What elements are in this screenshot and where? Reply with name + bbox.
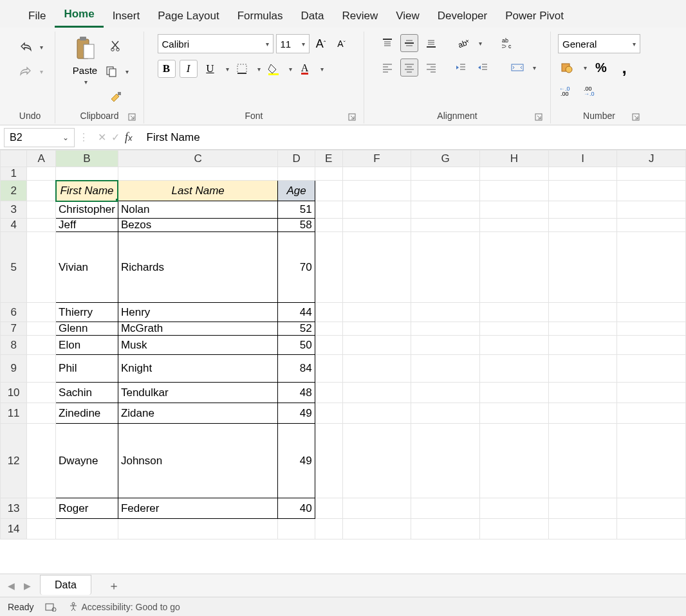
row-header-10[interactable]: 10 xyxy=(1,383,27,403)
cell-H5[interactable] xyxy=(480,232,549,303)
cell-A7[interactable] xyxy=(27,322,56,336)
cell-D8[interactable]: 50 xyxy=(278,336,315,355)
number-format-select[interactable]: General▾ xyxy=(558,34,640,53)
merge-center-button[interactable] xyxy=(508,59,526,77)
cell-F4[interactable] xyxy=(342,219,411,232)
tab-page-layout[interactable]: Page Layout xyxy=(149,6,228,28)
chevron-down-icon[interactable]: ▾ xyxy=(226,66,229,73)
row-header-9[interactable]: 9 xyxy=(1,355,27,383)
decrease-decimal-button[interactable]: .00→.0 xyxy=(582,82,600,100)
tab-formulas[interactable]: Formulas xyxy=(228,6,292,28)
cell-C7[interactable]: McGrath xyxy=(118,322,277,336)
cell-D1[interactable] xyxy=(278,167,315,181)
cell-J7[interactable] xyxy=(617,322,686,336)
cell-A1[interactable] xyxy=(27,167,56,181)
next-sheet-button[interactable]: ▶ xyxy=(24,581,31,591)
cell-I1[interactable] xyxy=(548,167,617,181)
row-header-6[interactable]: 6 xyxy=(1,303,27,322)
cell-I7[interactable] xyxy=(548,322,617,336)
copy-button[interactable] xyxy=(102,62,120,80)
cell-F14[interactable] xyxy=(342,519,411,539)
col-header-A[interactable]: A xyxy=(27,150,56,167)
cell-E3[interactable] xyxy=(315,201,342,219)
row-header-1[interactable]: 1 xyxy=(1,167,27,181)
chevron-down-icon[interactable]: ▾ xyxy=(257,66,261,73)
dialog-launcher-icon[interactable] xyxy=(348,113,357,122)
cell-I2[interactable] xyxy=(548,181,617,201)
cell-H12[interactable] xyxy=(480,424,549,498)
col-header-F[interactable]: F xyxy=(342,150,411,167)
row-header-7[interactable]: 7 xyxy=(1,322,27,336)
chevron-down-icon[interactable]: ▾ xyxy=(289,66,292,73)
increase-font-button[interactable]: Aˆ xyxy=(312,35,330,53)
cell-E5[interactable] xyxy=(315,232,342,303)
chevron-down-icon[interactable]: ▾ xyxy=(84,78,88,86)
font-color-button[interactable]: A xyxy=(296,60,314,78)
cell-C13[interactable]: Federer xyxy=(118,498,277,519)
cell-B11[interactable]: Zinedine xyxy=(56,403,118,424)
cell-G4[interactable] xyxy=(411,219,480,232)
tab-data[interactable]: Data xyxy=(292,6,333,28)
chevron-down-icon[interactable]: ▾ xyxy=(584,64,587,71)
tab-view[interactable]: View xyxy=(387,6,429,28)
cell-E11[interactable] xyxy=(315,403,342,424)
cell-B2[interactable]: First Name xyxy=(56,181,118,201)
dialog-launcher-icon[interactable] xyxy=(128,113,137,122)
cell-I14[interactable] xyxy=(548,519,617,539)
select-all-corner[interactable] xyxy=(1,150,27,167)
cell-H14[interactable] xyxy=(480,519,549,539)
formula-input[interactable] xyxy=(142,128,682,147)
cell-D12[interactable]: 49 xyxy=(278,424,315,498)
cell-A12[interactable] xyxy=(27,424,56,498)
enter-formula-button[interactable]: ✓ xyxy=(111,131,120,143)
chevron-down-icon[interactable]: ▾ xyxy=(479,40,482,47)
dialog-launcher-icon[interactable] xyxy=(632,113,641,122)
cell-F13[interactable] xyxy=(342,498,411,519)
cell-F11[interactable] xyxy=(342,403,411,424)
cell-C11[interactable]: Zidane xyxy=(118,403,277,424)
cell-B10[interactable]: Sachin xyxy=(56,383,118,403)
cell-H7[interactable] xyxy=(480,322,549,336)
col-header-B[interactable]: B xyxy=(56,150,118,167)
italic-button[interactable]: I xyxy=(180,60,198,78)
col-header-G[interactable]: G xyxy=(411,150,480,167)
tab-home[interactable]: Home xyxy=(55,4,103,28)
cell-E10[interactable] xyxy=(315,383,342,403)
cell-H10[interactable] xyxy=(480,383,549,403)
cell-E13[interactable] xyxy=(315,498,342,519)
spreadsheet-grid[interactable]: ABCDEFGHIJ12First NameLast NameAge3Chris… xyxy=(0,150,686,574)
cell-H4[interactable] xyxy=(480,219,549,232)
align-left-button[interactable] xyxy=(378,59,396,77)
redo-button[interactable] xyxy=(17,62,35,80)
cell-F10[interactable] xyxy=(342,383,411,403)
cell-F6[interactable] xyxy=(342,303,411,322)
cell-I13[interactable] xyxy=(548,498,617,519)
cell-F5[interactable] xyxy=(342,232,411,303)
align-center-button[interactable] xyxy=(400,59,418,77)
cell-F7[interactable] xyxy=(342,322,411,336)
cell-C3[interactable]: Nolan xyxy=(118,201,277,219)
increase-indent-button[interactable] xyxy=(474,59,492,77)
paste-button[interactable]: Paste ▾ xyxy=(70,34,100,87)
name-box[interactable]: B2⌄ xyxy=(4,128,75,147)
cell-C2[interactable]: Last Name xyxy=(118,181,277,201)
cell-E1[interactable] xyxy=(315,167,342,181)
col-header-I[interactable]: I xyxy=(548,150,617,167)
cell-C6[interactable]: Henry xyxy=(118,303,277,322)
fill-color-button[interactable] xyxy=(264,60,283,78)
cut-button[interactable] xyxy=(107,37,125,55)
cell-I9[interactable] xyxy=(548,355,617,383)
row-header-4[interactable]: 4 xyxy=(1,219,27,232)
col-header-E[interactable]: E xyxy=(315,150,342,167)
cell-J11[interactable] xyxy=(617,403,686,424)
cell-E12[interactable] xyxy=(315,424,342,498)
cell-G8[interactable] xyxy=(411,336,480,355)
cell-E8[interactable] xyxy=(315,336,342,355)
cell-B4[interactable]: Jeff xyxy=(56,219,118,232)
row-header-11[interactable]: 11 xyxy=(1,403,27,424)
prev-sheet-button[interactable]: ◀ xyxy=(8,581,15,591)
cell-I3[interactable] xyxy=(548,201,617,219)
tab-review[interactable]: Review xyxy=(333,6,387,28)
cell-D14[interactable] xyxy=(278,519,315,539)
cell-F2[interactable] xyxy=(342,181,411,201)
